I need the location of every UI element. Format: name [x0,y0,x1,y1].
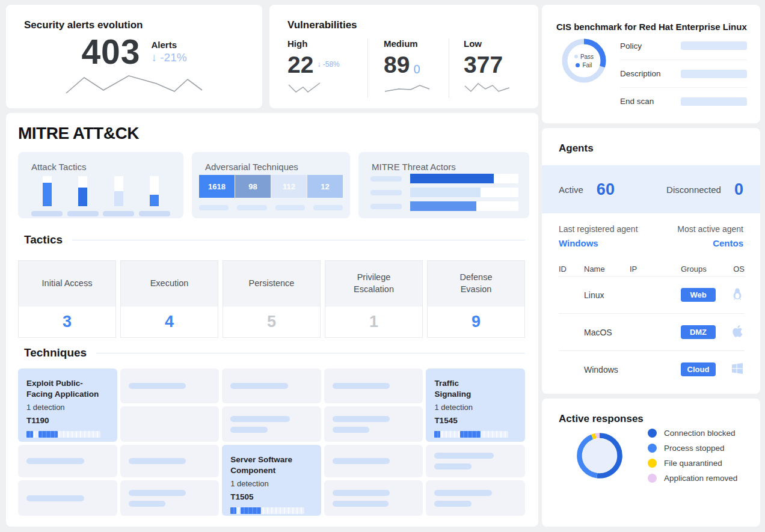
tactics-heading: Tactics [24,233,63,246]
vuln-low-sparkline [464,80,511,96]
last-registered-agent-link[interactable]: Windows [559,238,638,248]
threat-actors-card[interactable]: MITRE Threat Actors [358,152,529,218]
attack-tactics-title: Attack Tactics [31,162,86,172]
technique-placeholder-card[interactable] [426,480,525,516]
technique-card-t1545[interactable]: Traffic Signaling 1 detection T1545 [426,368,525,442]
linux-icon [730,287,745,301]
agent-name: Linux [584,290,630,300]
tactic-card-initial-access[interactable]: Initial Access 3 [18,260,116,338]
cis-row-description: Description [620,60,747,87]
technique-placeholder-card[interactable] [120,445,220,477]
group-badge[interactable]: Web [681,288,716,302]
security-alerts-title: Security alerts evolution [24,19,262,31]
most-active-label: Most active agent [677,224,743,234]
technique-placeholder-card[interactable] [18,445,117,477]
technique-placeholder-card[interactable] [120,480,220,516]
bar [410,201,476,211]
vuln-high-delta: ↓ -58% [317,60,339,69]
vuln-high: High 22 ↓ -58% [269,38,367,98]
vuln-high-value: 22 [287,53,313,76]
agents-panel: Agents Active 60 Disconnected 0 Last reg… [542,128,760,394]
technique-placeholder-card[interactable] [324,480,423,516]
attack-tactics-bars [31,176,170,216]
vuln-high-label: High [287,38,367,49]
file-quarantined-dot [648,459,657,468]
cis-benchmark-panel: CIS benchmark for Red Hat Enterprise Lin… [542,5,760,123]
segment: 1618 [199,175,235,198]
technique-placeholder-card[interactable] [18,480,117,516]
legend-item: Connection blocked [648,429,737,438]
vulnerabilities-title: Vulnerabilities [287,19,538,31]
tactic-card-defense-evasion[interactable]: Defense Evasion 9 [427,260,525,338]
technique-progress [26,431,100,438]
techniques-grid: Exploit Public-Facing Application 1 dete… [18,368,525,516]
security-alerts-panel: Security alerts evolution 403 Alerts ↓ -… [6,5,262,108]
techniques-heading: Techniques [24,346,87,359]
vuln-medium-sparkline [384,80,431,96]
tactic-card-privilege-escalation[interactable]: Privilege Escalation 1 [325,260,423,338]
cis-donut-legend: Pass Fail [560,37,608,85]
apple-icon [730,324,745,338]
mitre-attack-panel: MITRE ATT&CK Attack Tactics Adversarial … [6,113,538,527]
technique-card-t1190[interactable]: Exploit Public-Facing Application 1 dete… [18,368,117,442]
connection-blocked-dot [648,429,657,438]
technique-placeholder-card[interactable] [222,368,321,403]
technique-placeholder-card[interactable] [324,445,423,477]
bar [150,195,159,206]
vuln-low-value: 377 [464,53,503,76]
divider [96,353,525,353]
pass-dot [574,55,578,58]
technique-card-t1505[interactable]: Server Software Component 1 detection T1… [222,445,321,516]
bar [43,183,52,206]
vuln-high-sparkline [287,80,321,96]
active-responses-panel: Active responses Connection blocked Proc… [542,399,760,527]
divider [72,240,525,240]
attack-tactics-card[interactable]: Attack Tactics [18,152,183,218]
legend-item: Application removed [648,474,737,483]
vuln-low-label: Low [464,38,538,49]
description-label: Description [620,69,661,78]
technique-placeholder-card[interactable] [324,406,423,442]
process-stopped-dot [648,444,657,453]
table-row[interactable]: Linux Web [559,276,745,313]
last-registered-label: Last registered agent [559,224,638,234]
tactic-card-execution[interactable]: Execution 4 [120,260,218,338]
adversarial-techniques-card[interactable]: Adversarial Techniques 1618 98 112 12 [192,152,350,218]
adversarial-placeholders [199,205,343,210]
table-row[interactable]: Windows Cloud [559,350,745,388]
pass-label: Pass [580,54,594,60]
alerts-sparkline [65,72,203,98]
technique-placeholder-card[interactable] [120,368,220,403]
technique-placeholder-card[interactable] [120,406,220,442]
bar [114,191,123,206]
group-badge[interactable]: Cloud [681,362,716,376]
technique-placeholder-card[interactable] [426,445,525,477]
disconnected-label: Disconnected [666,185,721,195]
bar [78,188,87,206]
active-count[interactable]: 60 [597,180,615,199]
disconnected-count[interactable]: 0 [734,180,743,199]
threat-actors-bars [370,174,518,211]
active-responses-legend: Connection blocked Process stopped File … [648,429,737,483]
segment: 12 [307,175,343,198]
technique-placeholder-card[interactable] [324,368,423,403]
active-responses-title: Active responses [559,413,760,425]
table-row[interactable]: MacOS DMZ [559,313,745,350]
legend-item: Process stopped [648,444,737,453]
technique-placeholder-card[interactable] [222,406,321,442]
endscan-placeholder [681,97,747,106]
vuln-medium-value: 89 [384,53,410,76]
technique-progress [230,507,304,514]
group-badge[interactable]: DMZ [681,325,716,339]
most-active-agent-link[interactable]: Centos [713,238,743,248]
cis-title: CIS benchmark for Red Hat Enterprise Lin… [556,22,760,32]
application-removed-dot [648,474,657,483]
policy-placeholder [681,41,747,50]
active-label: Active [559,185,583,195]
agents-status-band: Active 60 Disconnected 0 [542,165,760,213]
agent-name: MacOS [584,328,630,337]
policy-label: Policy [620,41,642,50]
vulnerabilities-panel: Vulnerabilities High 22 ↓ -58% Medium 89… [269,5,538,108]
tactic-card-persistence[interactable]: Persistence 5 [223,260,321,338]
segment: 98 [235,175,271,198]
